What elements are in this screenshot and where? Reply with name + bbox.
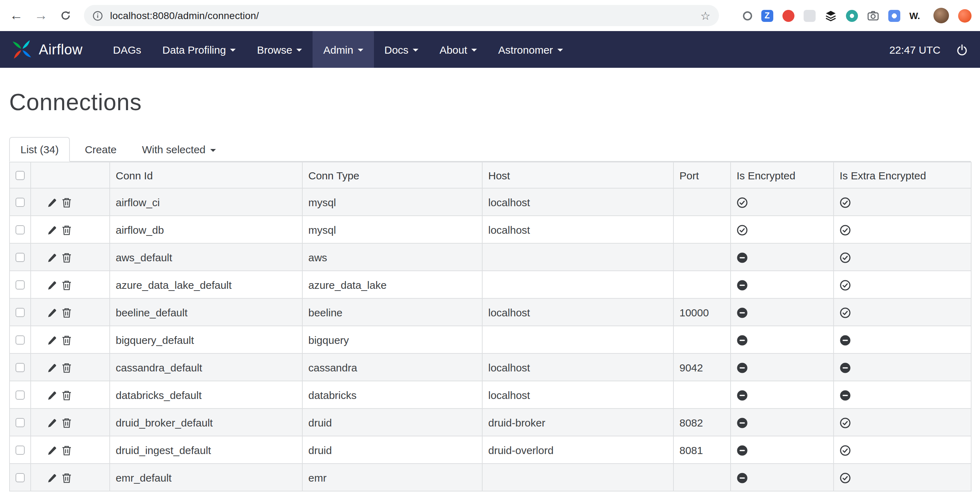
check-circle-icon <box>840 417 851 429</box>
nav-item-docs[interactable]: Docs <box>374 31 429 68</box>
delete-connection-button[interactable] <box>61 279 72 291</box>
edit-connection-button[interactable] <box>46 362 57 373</box>
tab-with-selected[interactable]: With selected <box>131 138 226 161</box>
extension-blue-square-icon[interactable] <box>888 10 900 22</box>
cell-select <box>10 326 31 353</box>
delete-connection-button[interactable] <box>61 445 72 456</box>
cell-host: localhost <box>482 353 673 381</box>
extension-z-icon[interactable]: Z <box>761 10 773 22</box>
extension-bar: Z W. <box>730 8 972 23</box>
airflow-brand[interactable]: Airflow <box>11 39 83 60</box>
bookmark-star-icon[interactable]: ☆ <box>700 9 711 22</box>
browser-reload-button[interactable] <box>56 6 75 25</box>
power-button[interactable] <box>956 43 968 56</box>
edit-connection-button[interactable] <box>46 225 57 235</box>
edit-connection-button[interactable] <box>46 335 57 346</box>
cell-port <box>673 188 730 216</box>
cell-is-extra-encrypted <box>834 188 971 216</box>
row-checkbox[interactable] <box>16 418 25 427</box>
cell-select <box>10 271 31 299</box>
delete-connection-button[interactable] <box>61 390 72 401</box>
cell-is-extra-encrypted <box>834 243 971 271</box>
edit-connection-button[interactable] <box>46 418 57 428</box>
browser-back-button[interactable]: ← <box>7 6 25 25</box>
edit-connection-button[interactable] <box>46 197 57 208</box>
caret-down-icon <box>296 49 302 51</box>
nav-item-dags[interactable]: DAGs <box>102 31 152 68</box>
nav-item-astronomer[interactable]: Astronomer <box>488 31 573 68</box>
row-checkbox[interactable] <box>16 252 25 262</box>
site-info-icon[interactable] <box>92 10 103 21</box>
check-circle-icon <box>840 225 851 236</box>
edit-connection-button[interactable] <box>46 445 57 456</box>
cell-conn-id: beeline_default <box>110 299 302 326</box>
row-checkbox[interactable] <box>16 445 25 454</box>
airflow-logo-icon <box>11 39 32 60</box>
cell-port <box>673 381 730 409</box>
row-checkbox[interactable] <box>16 335 25 344</box>
extension-camera-icon[interactable] <box>867 10 879 22</box>
cell-conn-id: cassandra_default <box>110 353 302 381</box>
edit-connection-button[interactable] <box>46 308 57 318</box>
edit-connection-button[interactable] <box>46 252 57 263</box>
extension-layers-icon[interactable] <box>825 10 837 22</box>
browser-profile-icon[interactable] <box>958 9 972 22</box>
row-checkbox[interactable] <box>16 197 25 206</box>
row-checkbox[interactable] <box>16 280 25 289</box>
row-checkbox[interactable] <box>16 362 25 372</box>
delete-connection-button[interactable] <box>61 252 72 263</box>
tab-list[interactable]: List (34) <box>9 137 70 162</box>
navbar-right: 22:47 UTC <box>889 43 968 56</box>
delete-connection-button[interactable] <box>61 362 72 374</box>
minus-circle-icon <box>840 335 851 346</box>
url-text[interactable]: localhost:8080/admin/connection/ <box>110 10 700 21</box>
tab-with-selected-label: With selected <box>142 143 205 155</box>
tab-create[interactable]: Create <box>74 138 127 161</box>
minus-circle-icon <box>737 335 748 346</box>
row-checkbox[interactable] <box>16 308 25 317</box>
delete-connection-button[interactable] <box>61 417 72 429</box>
cell-is-extra-encrypted <box>834 326 971 353</box>
edit-connection-button[interactable] <box>46 390 57 401</box>
cell-actions <box>31 243 110 271</box>
nav-item-about[interactable]: About <box>429 31 488 68</box>
nav-item-data-profiling[interactable]: Data Profiling <box>152 31 246 68</box>
delete-connection-button[interactable] <box>61 473 72 484</box>
extension-red-circle-icon[interactable] <box>783 10 794 22</box>
address-bar[interactable]: localhost:8080/admin/connection/ ☆ <box>84 5 719 26</box>
extension-w-icon[interactable]: W. <box>910 10 920 21</box>
nav-item-label: DAGs <box>113 43 141 56</box>
minus-circle-icon <box>737 307 748 318</box>
nav-item-browse[interactable]: Browse <box>246 31 313 68</box>
edit-connection-button[interactable] <box>46 473 57 483</box>
nav-item-label: Admin <box>323 43 353 56</box>
power-icon <box>956 43 968 56</box>
select-all-checkbox[interactable] <box>16 171 25 180</box>
connection-row-druid_ingest_default: druid_ingest_defaultdruiddruid-overlord8… <box>10 436 971 463</box>
extension-teal-circle-icon[interactable] <box>846 10 858 22</box>
edit-connection-button[interactable] <box>46 280 57 291</box>
connections-table: Conn Id Conn Type Host Port Is Encrypted… <box>9 162 972 492</box>
utc-clock: 22:47 UTC <box>889 43 940 56</box>
row-checkbox[interactable] <box>16 390 25 399</box>
check-circle-icon <box>840 197 851 208</box>
profile-avatar[interactable] <box>934 8 949 23</box>
cell-is-extra-encrypted <box>834 381 971 409</box>
delete-connection-button[interactable] <box>61 307 72 318</box>
delete-connection-button[interactable] <box>61 335 72 346</box>
connection-row-bigquery_default: bigquery_defaultbigquery <box>10 326 971 353</box>
nav-item-admin[interactable]: Admin <box>313 31 374 68</box>
delete-connection-button[interactable] <box>61 197 72 208</box>
trash-icon <box>61 445 72 456</box>
cell-host <box>482 463 673 491</box>
browser-forward-button[interactable]: → <box>32 6 50 25</box>
extension-gray-square-icon[interactable] <box>803 10 816 22</box>
cell-host: localhost <box>482 299 673 326</box>
check-circle-icon <box>840 307 851 318</box>
row-checkbox[interactable] <box>16 225 25 234</box>
cell-is-extra-encrypted <box>834 271 971 299</box>
delete-connection-button[interactable] <box>61 225 72 236</box>
extension-ring-icon[interactable] <box>743 11 752 20</box>
pencil-icon <box>46 473 57 483</box>
row-checkbox[interactable] <box>16 473 25 482</box>
